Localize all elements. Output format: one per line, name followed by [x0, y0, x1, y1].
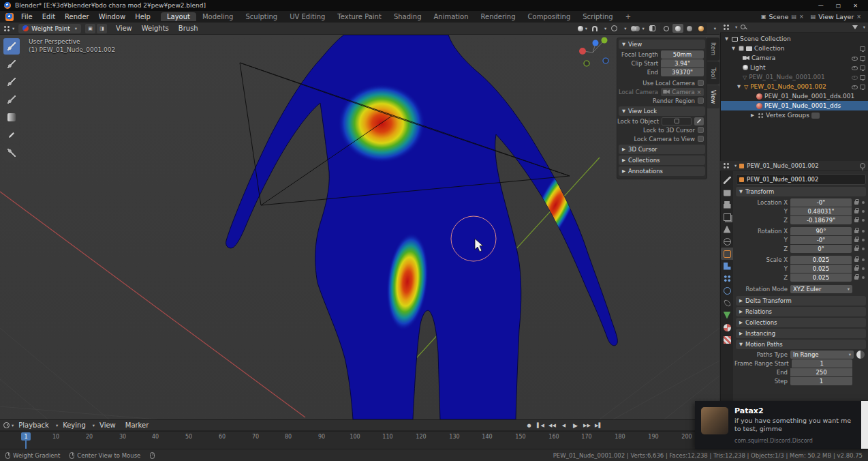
tool-blur[interactable] — [3, 56, 20, 72]
next-keyframe-button[interactable]: ▶▶ — [582, 421, 592, 430]
paths-type-dropdown[interactable]: In Range▾ — [790, 351, 854, 359]
rotation-mode-dropdown[interactable]: XYZ Euler▾ — [790, 285, 852, 293]
scale-z-field[interactable]: 0.025 — [790, 273, 852, 282]
tool-gradient[interactable] — [3, 109, 20, 125]
animate-dot[interactable] — [862, 248, 865, 250]
location-z-field[interactable]: -0.18679" — [790, 216, 852, 224]
tab-object-properties[interactable] — [721, 248, 733, 260]
focal-length-field[interactable]: 50mm — [661, 50, 704, 59]
shading-options-chevron-icon[interactable]: ▾ — [714, 26, 716, 31]
playhead[interactable]: 1 — [21, 432, 31, 441]
app-menu-icon[interactable] — [5, 13, 14, 21]
close-button[interactable]: ✕ — [847, 3, 864, 9]
tab-particle-properties[interactable] — [721, 272, 733, 284]
properties-editor-icon[interactable] — [723, 162, 730, 169]
outliner-row-mesh-002-active[interactable]: ▼▽PEW_01_Nude_0001.002 — [721, 82, 868, 91]
shading-material-icon[interactable] — [684, 24, 695, 33]
gizmo-y-neg-axis[interactable] — [584, 61, 589, 66]
animate-dot[interactable] — [862, 276, 865, 279]
menu-brush[interactable]: Brush — [174, 25, 203, 32]
lock-icon[interactable] — [854, 246, 859, 252]
lock-to-object-field[interactable] — [662, 117, 692, 125]
lock-icon[interactable] — [854, 237, 859, 243]
animate-dot[interactable] — [862, 201, 865, 204]
scene-selector[interactable]: ▣ Scene ▤ × — [761, 13, 804, 20]
location-x-field[interactable]: -0" — [790, 198, 852, 207]
animate-dot[interactable] — [862, 239, 865, 241]
clip-end-field[interactable]: 39370" — [661, 68, 704, 76]
jump-to-end-button[interactable]: ▶▌ — [593, 421, 604, 430]
animate-dot[interactable] — [862, 267, 865, 270]
view-layer-selector[interactable]: ▤ View Layer × — [811, 13, 861, 20]
tab-physics-properties[interactable] — [721, 284, 733, 297]
vertex-mask-toggle[interactable]: ◨ — [97, 24, 107, 33]
overlays-dropdown[interactable]: ▾ — [631, 26, 644, 31]
frame-range-end-field[interactable]: 250 — [790, 368, 852, 376]
outliner-row-mesh-001[interactable]: ▽PEW_01_Nude_0001.001 — [721, 72, 868, 82]
rotation-y-field[interactable]: -0° — [790, 236, 852, 244]
location-y-field[interactable]: 0.48031" — [790, 207, 852, 215]
lock-3d-cursor-checkbox[interactable] — [698, 127, 704, 133]
tab-tool-properties[interactable] — [721, 174, 733, 186]
tool-draw[interactable] — [3, 38, 20, 55]
hide-eye-icon[interactable] — [852, 84, 858, 90]
remove-view-layer-button[interactable]: × — [856, 14, 861, 20]
outliner-row-light[interactable]: Light — [721, 63, 868, 72]
scale-y-field[interactable]: 0.025 — [790, 265, 852, 273]
disable-in-renders-icon[interactable] — [860, 75, 865, 80]
lock-icon[interactable] — [854, 199, 859, 205]
transform-orientation-dropdown[interactable]: ▾ — [578, 26, 587, 31]
tool-annotate[interactable] — [3, 145, 20, 161]
scale-x-field[interactable]: 0.025 — [790, 256, 852, 264]
menu-file[interactable]: File — [16, 13, 37, 20]
outliner-row-vertex-groups[interactable]: ▶Vertex Groups — [721, 110, 868, 120]
menu-keying[interactable]: Keying — [58, 421, 91, 429]
disable-in-renders-icon[interactable] — [860, 65, 865, 70]
tab-item[interactable]: Item — [707, 38, 719, 61]
jump-to-start-button[interactable]: ▌◀ — [536, 421, 546, 430]
menu-playback[interactable]: Playback — [14, 421, 54, 429]
frame-range-start-field[interactable]: 1 — [792, 359, 852, 368]
shading-wireframe-icon[interactable] — [661, 24, 672, 33]
minimize-button[interactable]: — — [812, 3, 830, 9]
tool-sample-weight[interactable] — [3, 127, 20, 143]
collections-panel-header[interactable]: ▶Collections — [736, 318, 866, 327]
gizmo-z-neg-axis[interactable] — [603, 58, 608, 63]
notification-edge-strip[interactable] — [861, 401, 868, 449]
local-camera-field[interactable]: Camera× — [661, 88, 704, 96]
tab-texture-properties[interactable] — [721, 333, 733, 346]
shading-rendered-icon[interactable] — [696, 24, 707, 33]
lock-icon[interactable] — [854, 217, 859, 223]
proportional-editing-icon[interactable] — [611, 25, 617, 31]
transform-panel-header[interactable]: ▼Transform — [736, 187, 866, 196]
animate-dot[interactable] — [862, 258, 865, 261]
menu-view[interactable]: View — [111, 25, 137, 32]
tool-smear[interactable] — [3, 91, 20, 108]
tab-render-properties[interactable] — [721, 186, 733, 198]
viewport-3d[interactable]: User Perspective (1) PEW_01_Nude_0001.00… — [0, 35, 719, 419]
clear-icon[interactable]: × — [697, 89, 702, 95]
snap-chevron-icon[interactable]: ▾ — [604, 26, 606, 31]
workspace-tab-animation[interactable]: Animation — [428, 12, 475, 21]
gizmo-z-axis[interactable] — [593, 40, 599, 46]
animate-dot[interactable] — [862, 219, 865, 222]
navigation-gizmo[interactable] — [579, 38, 608, 67]
mode-dropdown[interactable]: Weight Paint ▾ — [18, 24, 81, 33]
lock-icon[interactable] — [854, 274, 859, 280]
collections-panel-header[interactable]: ▶Collections — [619, 155, 705, 165]
step-field[interactable]: 1 — [790, 377, 852, 385]
tab-view-layer-properties[interactable] — [721, 211, 733, 223]
snap-magnet-icon[interactable] — [592, 26, 598, 31]
workspace-tab-uv-editing[interactable]: UV Editing — [283, 12, 331, 21]
lock-icon[interactable] — [854, 256, 859, 263]
eyedropper-button[interactable] — [694, 117, 704, 125]
tab-scene-properties[interactable] — [721, 223, 733, 235]
new-scene-button[interactable]: ▤ — [791, 14, 796, 20]
rotation-z-field[interactable]: 0° — [790, 245, 852, 253]
outliner-row-material-dds-001[interactable]: PEW_01_Nude_0001_dds.001 — [721, 91, 868, 101]
add-workspace-button[interactable]: + — [619, 12, 637, 21]
lock-icon[interactable] — [854, 208, 859, 214]
lock-camera-view-checkbox[interactable] — [698, 136, 704, 142]
tab-tool[interactable]: Tool — [707, 61, 719, 85]
shading-solid-icon[interactable] — [672, 24, 683, 33]
